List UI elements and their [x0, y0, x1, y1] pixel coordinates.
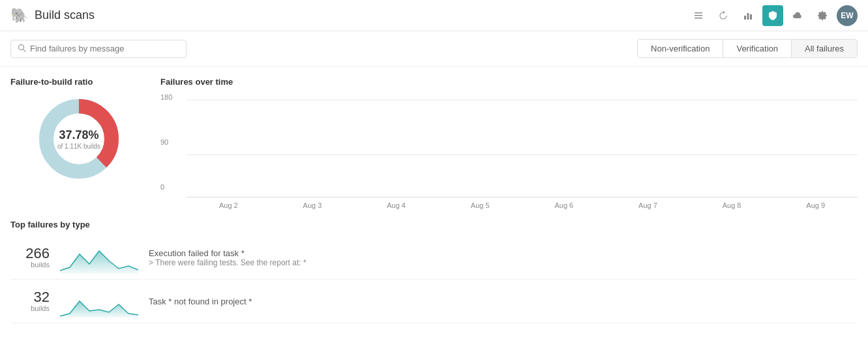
donut-percent: 37.78% — [57, 128, 100, 143]
y-label-90: 90 — [160, 138, 172, 146]
search-input[interactable] — [30, 44, 179, 53]
donut-chart: 37.78% of 1.11K builds — [33, 93, 125, 184]
list-icon[interactable] — [688, 5, 709, 26]
y-axis: 180 90 0 — [160, 93, 172, 191]
search-icon — [18, 44, 26, 54]
sparkline-svg-1 — [60, 285, 138, 317]
svg-point-6 — [19, 44, 24, 50]
cloud-icon[interactable] — [787, 5, 808, 26]
search-bar: Non-verification Verification All failur… — [0, 31, 868, 66]
failure-count-num-0: 266 — [10, 246, 50, 261]
tab-non-verification[interactable]: Non-verification — [638, 40, 723, 57]
gridline-top — [187, 100, 858, 100]
bar-chart-section: Failures over time 180 90 0 — [160, 77, 858, 209]
x-label-5: Aug 7 — [606, 201, 690, 209]
app-title: Build scans — [35, 8, 95, 22]
failure-sparkline-1 — [60, 285, 138, 317]
svg-rect-0 — [695, 12, 702, 14]
failure-desc-1: Task * not found in project * — [149, 297, 858, 306]
x-label-2: Aug 4 — [354, 201, 438, 209]
failure-sparkline-0 — [60, 241, 138, 274]
svg-rect-1 — [695, 15, 702, 16]
search-input-wrap[interactable] — [10, 40, 187, 58]
header-icons: EW — [688, 5, 858, 26]
avatar[interactable]: EW — [837, 5, 858, 26]
bar-chart-icon[interactable] — [738, 5, 758, 26]
failure-ratio-section: Failure-to-build ratio 37.78% of 1.11K b… — [10, 77, 147, 184]
sparkline-svg-0 — [60, 241, 138, 274]
header-left: 🐘 Build scans — [10, 7, 95, 24]
failure-desc-0: Execution failed for task * > There were… — [149, 248, 858, 267]
donut-label: 37.78% of 1.11K builds — [57, 128, 100, 150]
donut-sub: of 1.11K builds — [57, 142, 100, 149]
failure-count-1: 32 builds — [10, 290, 50, 312]
header: 🐘 Build scans EW — [0, 0, 868, 31]
failure-count-0: 266 builds — [10, 246, 50, 269]
svg-rect-3 — [744, 16, 746, 20]
settings-icon[interactable] — [812, 5, 833, 26]
x-axis: Aug 2 Aug 3 Aug 4 Aug 5 Aug 6 Aug 7 Aug … — [187, 201, 858, 209]
x-label-1: Aug 3 — [271, 201, 355, 209]
svg-line-7 — [23, 50, 25, 51]
refresh-icon[interactable] — [713, 5, 734, 26]
y-label-180: 180 — [160, 93, 172, 101]
filter-tabs: Non-verification Verification All failur… — [637, 39, 858, 58]
donut-chart-wrap: 37.78% of 1.11K builds — [10, 93, 147, 184]
bar-chart-inner: Aug 2 Aug 3 Aug 4 Aug 5 Aug 6 Aug 7 Aug … — [187, 100, 858, 209]
failure-count-num-1: 32 — [10, 290, 50, 304]
failure-item-0: 266 builds Execution failed for task * — [10, 236, 858, 280]
top-failures-section: Top failures by type 266 builds — [0, 220, 868, 334]
bar-chart-container: 180 90 0 — [160, 93, 858, 209]
tab-all-failures[interactable]: All failures — [792, 40, 857, 57]
bars-container — [187, 100, 858, 198]
logo-icon: 🐘 — [10, 7, 28, 24]
failure-desc-main-1: Task * not found in project * — [149, 297, 858, 306]
failure-ratio-title: Failure-to-build ratio — [10, 77, 147, 87]
gridline-mid — [187, 154, 858, 155]
top-failures-title: Top failures by type — [10, 220, 858, 229]
tab-verification[interactable]: Verification — [723, 40, 792, 57]
x-label-4: Aug 6 — [522, 201, 606, 209]
main-content: Failure-to-build ratio 37.78% of 1.11K b… — [0, 66, 868, 220]
x-label-3: Aug 5 — [438, 201, 522, 209]
y-label-0: 0 — [160, 183, 172, 191]
x-label-6: Aug 8 — [690, 201, 774, 209]
svg-rect-4 — [747, 13, 749, 20]
left-column: Failure-to-build ratio 37.78% of 1.11K b… — [10, 77, 147, 209]
failure-desc-sub-0: > There were failing tests. See the repo… — [149, 258, 858, 267]
bar-chart-title: Failures over time — [160, 77, 858, 87]
failure-count-label-0: builds — [10, 261, 50, 269]
x-label-0: Aug 2 — [187, 201, 271, 209]
failure-count-label-1: builds — [10, 304, 50, 312]
svg-rect-5 — [750, 14, 752, 20]
failure-list: 266 builds Execution failed for task * — [10, 236, 858, 323]
x-label-7: Aug 9 — [773, 201, 858, 209]
failure-desc-main-0: Execution failed for task * — [149, 248, 858, 258]
failure-item-1: 32 builds Task * not found in project — [10, 280, 858, 323]
shield-icon[interactable] — [762, 5, 783, 26]
svg-rect-2 — [695, 18, 702, 19]
